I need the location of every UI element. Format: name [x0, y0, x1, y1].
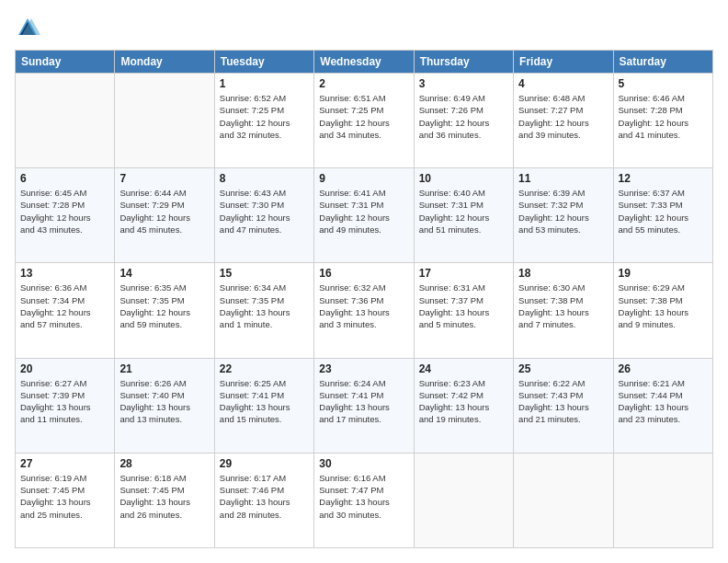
day-number: 6 — [20, 172, 109, 185]
calendar-cell — [514, 453, 613, 547]
day-number: 5 — [619, 77, 708, 90]
header — [15, 15, 713, 40]
calendar-cell: 10Sunrise: 6:40 AM Sunset: 7:31 PM Dayli… — [414, 168, 513, 263]
calendar-cell: 1Sunrise: 6:52 AM Sunset: 7:25 PM Daylig… — [214, 74, 313, 168]
day-number: 1 — [220, 77, 309, 90]
day-number: 23 — [319, 362, 408, 375]
day-info: Sunrise: 6:32 AM Sunset: 7:36 PM Dayligh… — [319, 282, 408, 330]
day-info: Sunrise: 6:26 AM Sunset: 7:40 PM Dayligh… — [119, 377, 209, 426]
logo — [15, 15, 44, 40]
page: SundayMondayTuesdayWednesdayThursdayFrid… — [0, 0, 728, 563]
calendar-cell: 22Sunrise: 6:25 AM Sunset: 7:41 PM Dayli… — [214, 358, 313, 453]
weekday-header-wednesday: Wednesday — [314, 51, 414, 74]
day-number: 13 — [20, 267, 109, 280]
calendar-cell: 30Sunrise: 6:16 AM Sunset: 7:47 PM Dayli… — [314, 453, 414, 547]
day-number: 19 — [619, 267, 708, 280]
day-info: Sunrise: 6:51 AM Sunset: 7:25 PM Dayligh… — [319, 92, 408, 141]
day-number: 3 — [419, 77, 508, 90]
calendar-cell: 20Sunrise: 6:27 AM Sunset: 7:39 PM Dayli… — [16, 358, 115, 453]
day-info: Sunrise: 6:43 AM Sunset: 7:30 PM Dayligh… — [220, 187, 309, 236]
day-info: Sunrise: 6:24 AM Sunset: 7:41 PM Dayligh… — [319, 377, 408, 426]
calendar-cell: 6Sunrise: 6:45 AM Sunset: 7:28 PM Daylig… — [16, 168, 115, 263]
day-info: Sunrise: 6:40 AM Sunset: 7:31 PM Dayligh… — [419, 187, 508, 236]
calendar-week-row: 27Sunrise: 6:19 AM Sunset: 7:45 PM Dayli… — [16, 453, 713, 547]
day-info: Sunrise: 6:22 AM Sunset: 7:43 PM Dayligh… — [518, 377, 608, 426]
calendar-table: SundayMondayTuesdayWednesdayThursdayFrid… — [15, 50, 713, 548]
calendar-cell: 15Sunrise: 6:34 AM Sunset: 7:35 PM Dayli… — [214, 263, 313, 358]
day-info: Sunrise: 6:18 AM Sunset: 7:45 PM Dayligh… — [119, 472, 209, 521]
day-number: 25 — [518, 362, 608, 375]
calendar-cell: 25Sunrise: 6:22 AM Sunset: 7:43 PM Dayli… — [514, 358, 613, 453]
calendar-cell: 13Sunrise: 6:36 AM Sunset: 7:34 PM Dayli… — [16, 263, 115, 358]
calendar-cell: 24Sunrise: 6:23 AM Sunset: 7:42 PM Dayli… — [414, 358, 513, 453]
day-number: 8 — [220, 172, 309, 185]
calendar-cell: 16Sunrise: 6:32 AM Sunset: 7:36 PM Dayli… — [314, 263, 414, 358]
day-info: Sunrise: 6:49 AM Sunset: 7:26 PM Dayligh… — [419, 92, 508, 141]
day-info: Sunrise: 6:17 AM Sunset: 7:46 PM Dayligh… — [220, 472, 309, 521]
day-number: 9 — [319, 172, 408, 185]
day-info: Sunrise: 6:23 AM Sunset: 7:42 PM Dayligh… — [419, 377, 508, 426]
weekday-header-sunday: Sunday — [16, 51, 115, 74]
day-info: Sunrise: 6:25 AM Sunset: 7:41 PM Dayligh… — [220, 377, 309, 426]
weekday-header-thursday: Thursday — [414, 51, 513, 74]
day-info: Sunrise: 6:45 AM Sunset: 7:28 PM Dayligh… — [20, 187, 109, 236]
calendar-cell: 7Sunrise: 6:44 AM Sunset: 7:29 PM Daylig… — [115, 168, 214, 263]
day-number: 29 — [220, 457, 309, 470]
calendar-header-row: SundayMondayTuesdayWednesdayThursdayFrid… — [16, 51, 713, 74]
day-info: Sunrise: 6:31 AM Sunset: 7:37 PM Dayligh… — [419, 282, 508, 330]
day-info: Sunrise: 6:34 AM Sunset: 7:35 PM Dayligh… — [220, 282, 309, 330]
day-number: 22 — [220, 362, 309, 375]
day-info: Sunrise: 6:29 AM Sunset: 7:38 PM Dayligh… — [619, 282, 708, 330]
weekday-header-friday: Friday — [514, 51, 613, 74]
weekday-header-tuesday: Tuesday — [214, 51, 313, 74]
day-number: 11 — [518, 172, 608, 185]
day-number: 17 — [419, 267, 508, 280]
weekday-header-monday: Monday — [115, 51, 214, 74]
day-info: Sunrise: 6:44 AM Sunset: 7:29 PM Dayligh… — [119, 187, 209, 236]
logo-icon — [15, 15, 40, 40]
calendar-cell: 28Sunrise: 6:18 AM Sunset: 7:45 PM Dayli… — [115, 453, 214, 547]
calendar-week-row: 20Sunrise: 6:27 AM Sunset: 7:39 PM Dayli… — [16, 358, 713, 453]
day-number: 2 — [319, 77, 408, 90]
calendar-cell: 19Sunrise: 6:29 AM Sunset: 7:38 PM Dayli… — [613, 263, 712, 358]
day-number: 7 — [119, 172, 209, 185]
calendar-cell — [414, 453, 513, 547]
calendar-week-row: 1Sunrise: 6:52 AM Sunset: 7:25 PM Daylig… — [16, 74, 713, 168]
day-number: 27 — [20, 457, 109, 470]
day-number: 20 — [20, 362, 109, 375]
day-number: 16 — [319, 267, 408, 280]
day-info: Sunrise: 6:36 AM Sunset: 7:34 PM Dayligh… — [20, 282, 109, 330]
calendar-cell — [115, 74, 214, 168]
weekday-header-saturday: Saturday — [613, 51, 712, 74]
day-number: 10 — [419, 172, 508, 185]
calendar-cell: 8Sunrise: 6:43 AM Sunset: 7:30 PM Daylig… — [214, 168, 313, 263]
calendar-cell: 18Sunrise: 6:30 AM Sunset: 7:38 PM Dayli… — [514, 263, 613, 358]
day-info: Sunrise: 6:16 AM Sunset: 7:47 PM Dayligh… — [319, 472, 408, 521]
day-info: Sunrise: 6:39 AM Sunset: 7:32 PM Dayligh… — [518, 187, 608, 236]
day-info: Sunrise: 6:37 AM Sunset: 7:33 PM Dayligh… — [619, 187, 708, 236]
day-number: 26 — [619, 362, 708, 375]
calendar-week-row: 13Sunrise: 6:36 AM Sunset: 7:34 PM Dayli… — [16, 263, 713, 358]
calendar-cell: 2Sunrise: 6:51 AM Sunset: 7:25 PM Daylig… — [314, 74, 414, 168]
calendar-cell: 21Sunrise: 6:26 AM Sunset: 7:40 PM Dayli… — [115, 358, 214, 453]
calendar-cell — [16, 74, 115, 168]
day-info: Sunrise: 6:19 AM Sunset: 7:45 PM Dayligh… — [20, 472, 109, 521]
calendar-cell: 11Sunrise: 6:39 AM Sunset: 7:32 PM Dayli… — [514, 168, 613, 263]
day-number: 15 — [220, 267, 309, 280]
day-info: Sunrise: 6:21 AM Sunset: 7:44 PM Dayligh… — [619, 377, 708, 426]
calendar-cell: 5Sunrise: 6:46 AM Sunset: 7:28 PM Daylig… — [613, 74, 712, 168]
calendar-cell: 3Sunrise: 6:49 AM Sunset: 7:26 PM Daylig… — [414, 74, 513, 168]
day-info: Sunrise: 6:52 AM Sunset: 7:25 PM Dayligh… — [220, 92, 309, 141]
calendar-cell: 23Sunrise: 6:24 AM Sunset: 7:41 PM Dayli… — [314, 358, 414, 453]
day-info: Sunrise: 6:48 AM Sunset: 7:27 PM Dayligh… — [518, 92, 608, 141]
day-number: 18 — [518, 267, 608, 280]
day-info: Sunrise: 6:41 AM Sunset: 7:31 PM Dayligh… — [319, 187, 408, 236]
calendar-cell — [613, 453, 712, 547]
day-number: 30 — [319, 457, 408, 470]
calendar-cell: 12Sunrise: 6:37 AM Sunset: 7:33 PM Dayli… — [613, 168, 712, 263]
calendar-cell: 27Sunrise: 6:19 AM Sunset: 7:45 PM Dayli… — [16, 453, 115, 547]
day-info: Sunrise: 6:46 AM Sunset: 7:28 PM Dayligh… — [619, 92, 708, 141]
day-number: 21 — [119, 362, 209, 375]
calendar-cell: 4Sunrise: 6:48 AM Sunset: 7:27 PM Daylig… — [514, 74, 613, 168]
calendar-cell: 17Sunrise: 6:31 AM Sunset: 7:37 PM Dayli… — [414, 263, 513, 358]
